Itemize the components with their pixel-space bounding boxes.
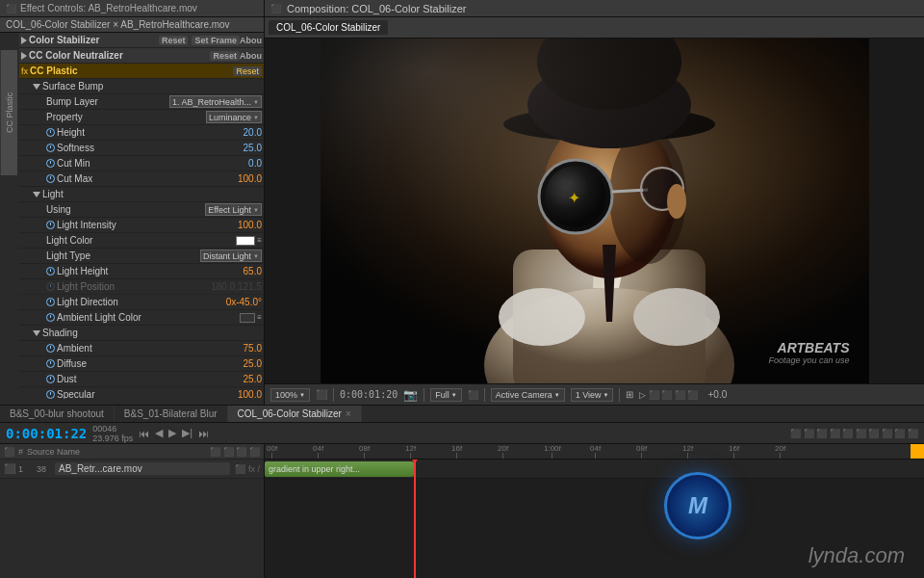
timeline-tracks: gradient in upper right... <box>265 460 924 578</box>
comp-bottom-bar: 100% ⬛ 0:00:01:20 📷 Full ⬛ Active Camera… <box>265 383 924 405</box>
dust-stopwatch[interactable] <box>46 375 55 383</box>
effect-cc-plastic[interactable]: fx CC Plastic Reset <box>19 64 264 79</box>
time-end-marker <box>911 444 924 459</box>
fps-display: 00046 23.976 fps <box>92 424 133 443</box>
layer-num-38: 38 <box>37 464 52 474</box>
reset-cc-plastic[interactable]: Reset <box>233 66 262 76</box>
timeline-tab-bar: B&S_00-blur shootout B&S_01-Bilateral Bl… <box>0 406 924 423</box>
light-direction-stopwatch[interactable] <box>46 298 55 306</box>
ambient-value[interactable]: 75.0 <box>244 343 262 354</box>
panel-icon: ⬛ <box>6 4 16 13</box>
light-height-stopwatch[interactable] <box>46 267 55 276</box>
track-layer-1: gradient in upper right... <box>265 460 924 479</box>
quality-value: Full <box>435 390 449 400</box>
timeline-controls: 0:00:01:22 00046 23.976 fps ⏮ ◀ ▶ ▶| ⏭ ⬛… <box>0 423 924 444</box>
section-surface-bump[interactable]: Surface Bump <box>19 79 264 94</box>
light-position-stopwatch <box>46 282 55 291</box>
ruler-mark-4f-2: 04f <box>590 444 601 459</box>
light-type-dropdown[interactable]: Distant Light <box>200 250 262 262</box>
row-property: Property Luminance <box>19 110 264 125</box>
view-count-dropdown[interactable]: 1 View <box>571 388 614 402</box>
cutmax-value[interactable]: 100.0 <box>238 173 262 184</box>
fit-icon: ⬛ <box>316 389 327 400</box>
specular-stopwatch[interactable] <box>46 390 55 399</box>
reset-color-stabilizer[interactable]: Reset <box>159 36 189 45</box>
light-color-swatch[interactable] <box>236 236 255 246</box>
cutmin-stopwatch[interactable] <box>46 159 55 168</box>
ruler-mark-4f-1: 04f <box>313 444 323 459</box>
camera-icon: 📷 <box>403 388 418 402</box>
height-value[interactable]: 20.0 <box>244 127 262 138</box>
using-dropdown[interactable]: Effect Light <box>205 203 262 216</box>
effect-controls-title: Effect Controls: AB_RetroHealthcare.mov <box>20 3 197 13</box>
section-light[interactable]: Light <box>19 187 264 202</box>
specular-value[interactable]: 100.0 <box>238 389 262 399</box>
light-intensity-value[interactable]: 100.0 <box>238 220 262 230</box>
light-direction-value[interactable]: 0x-45.0° <box>226 297 262 307</box>
property-dropdown[interactable]: Luminance <box>206 111 262 123</box>
row-bump-layer: Bump Layer 1. AB_RetroHealth... <box>19 94 264 110</box>
timeline-ruler[interactable]: 00f 04f 08f 12f 16f 20f 1:00f <box>265 444 924 460</box>
ruler-mark-16f-2: 16f <box>729 444 739 459</box>
playhead[interactable] <box>414 460 416 578</box>
tab-color-stabilizer[interactable]: COL_06-Color Stabilizer × <box>228 406 362 422</box>
play-btn[interactable]: ▶ <box>168 427 176 439</box>
tab-bilateral-blur[interactable]: B&S_01-Bilateral Blur <box>115 406 228 422</box>
row-light-height: Light Height 65.0 <box>19 264 264 279</box>
row-light-type: Light Type Distant Light <box>19 249 264 264</box>
noir-figure-svg: ✦ <box>321 39 869 383</box>
softness-value[interactable]: 25.0 <box>244 143 262 153</box>
light-height-value[interactable]: 65.0 <box>244 266 262 276</box>
effect-cc-color-neutralizer[interactable]: CC Color Neutralizer Reset Abou <box>19 48 264 64</box>
diffuse-stopwatch[interactable] <box>46 359 55 368</box>
ambient-light-swatch[interactable] <box>240 313 255 323</box>
row-light-position: Light Position 180.0,121.5 <box>19 279 264 295</box>
effect-controls-subtitle: COL_06-Color Stabilizer × AB_RetroHealth… <box>0 17 264 33</box>
ruler-mark-8f-1: 08f <box>359 444 370 459</box>
ambient-stopwatch[interactable] <box>46 344 55 353</box>
lynda-m-letter: M <box>688 492 707 519</box>
height-stopwatch[interactable] <box>46 128 55 137</box>
row-softness: Softness 25.0 <box>19 141 264 156</box>
section-shading[interactable]: Shading <box>19 326 264 341</box>
dust-value[interactable]: 25.0 <box>244 374 262 384</box>
diffuse-value[interactable]: 25.0 <box>244 358 262 369</box>
next-frame-btn[interactable]: ▶| <box>182 427 192 439</box>
vertical-label: CC Plastic <box>0 50 17 175</box>
zoom-dropdown[interactable]: 100% <box>270 388 310 402</box>
layer-num-1: 1 <box>18 464 34 474</box>
track-clip-1[interactable]: gradient in upper right... <box>265 461 414 477</box>
ruler-mark-0: 00f <box>267 444 277 459</box>
reset-cc-color-neutralizer[interactable]: Reset <box>210 51 240 61</box>
cutmax-stopwatch[interactable] <box>46 174 55 183</box>
about-color-stabilizer[interactable]: Abou <box>240 36 262 45</box>
timeline-extra-controls: ⬛ ⬛ ⬛ ⬛ ⬛ ⬛ ⬛ ⬛ ⬛ ⬛ <box>790 429 918 438</box>
layer-row-1: ⬛ 1 38 AB_Retr...care.mov ⬛ fx / <box>0 460 264 479</box>
ambient-light-stopwatch[interactable] <box>46 313 55 322</box>
row-cut-min: Cut Min 0.0 <box>19 156 264 171</box>
ruler-mark-12f-1: 12f <box>405 444 416 459</box>
quality-dropdown[interactable]: Full <box>430 388 461 402</box>
light-intensity-stopwatch[interactable] <box>46 221 55 229</box>
effect-color-stabilizer[interactable]: Color Stabilizer Reset Set Frame Abou <box>19 33 264 48</box>
layer-name-1[interactable]: AB_Retr...care.mov <box>55 462 230 475</box>
bump-layer-dropdown[interactable]: 1. AB_RetroHealth... <box>169 95 262 108</box>
active-camera-dropdown[interactable]: Active Camera <box>491 388 565 402</box>
clip-label: gradient in upper right... <box>269 464 360 474</box>
softness-stopwatch[interactable] <box>46 144 55 152</box>
comp-tab-active[interactable]: COL_06-Color Stabilizer <box>269 20 388 35</box>
about-cc-color-neutralizer[interactable]: Abou <box>240 51 262 61</box>
timeline-timecode: 0:00:01:22 <box>6 426 87 441</box>
prev-frame-btn[interactable]: ◀ <box>155 427 163 439</box>
comp-header-title: Composition: COL_06-Color Stabilizer <box>287 3 466 14</box>
tab-close-icon[interactable]: × <box>346 408 351 419</box>
light-position-value: 180.0,121.5 <box>211 281 262 292</box>
to-start-btn[interactable]: ⏮ <box>139 428 149 439</box>
artbeats-sub: Footage you can use <box>768 355 849 365</box>
row-specular: Specular 100.0 <box>19 387 264 399</box>
to-end-btn[interactable]: ⏭ <box>198 428 209 439</box>
cutmin-value[interactable]: 0.0 <box>248 158 262 169</box>
tab-blur-shootout[interactable]: B&S_00-blur shootout <box>0 406 115 422</box>
setframe-color-stabilizer[interactable]: Set Frame <box>192 36 240 45</box>
lynda-logo-m: M <box>664 472 732 539</box>
